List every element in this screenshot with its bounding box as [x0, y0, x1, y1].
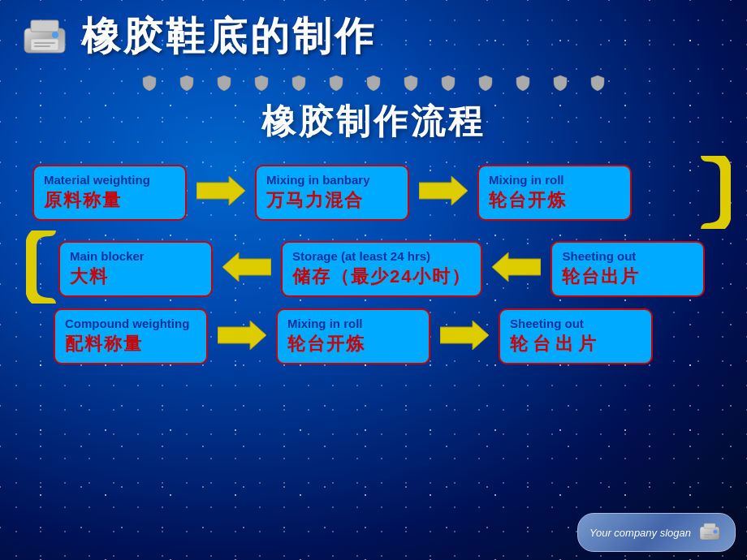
box-main-blocker-zh: 大料 [70, 265, 201, 289]
flow-row-2: Main blocker 大料 Storage (at least 24 hrs… [24, 230, 723, 307]
svg-marker-7 [419, 176, 468, 205]
box-sheeting-out-1-zh: 轮台出片 [562, 265, 693, 289]
arrow-right-2 [419, 176, 468, 209]
arrow-right-3 [218, 321, 266, 353]
svg-marker-10 [222, 252, 271, 282]
svg-rect-5 [34, 45, 50, 47]
svg-rect-15 [704, 523, 715, 528]
box-mixing-roll-1-en: Mixing in roll [489, 173, 620, 187]
slogan-text: Your company slogan [589, 527, 691, 539]
box-sheeting-out-1: Sheeting out 轮台出片 [551, 241, 705, 297]
box-sheeting-out-2-zh: 轮台出片 [510, 332, 641, 356]
box-main-blocker-en: Main blocker [70, 249, 201, 263]
shield-icon-8 [404, 75, 418, 91]
box-mixing-roll-2-en: Mixing in roll [287, 317, 419, 330]
svg-marker-6 [196, 176, 245, 205]
svg-marker-11 [492, 252, 541, 282]
curve-arrow-right [700, 156, 731, 229]
slogan-box: Your company slogan [577, 513, 736, 552]
arrow-left-1 [222, 252, 271, 285]
shield-icon-3 [217, 75, 231, 91]
box-storage-en: Storage (at least 24 hrs) [292, 249, 471, 263]
shield-icon-11 [516, 75, 530, 91]
box-sheeting-out-2-en: Sheeting out [510, 317, 641, 330]
svg-marker-13 [440, 321, 489, 350]
shield-icon-12 [553, 75, 568, 91]
box-mixing-banbary: Mixing in banbary 万马力混合 [255, 165, 409, 221]
shield-icon-2 [179, 75, 194, 91]
shield-icon-13 [590, 75, 605, 91]
box-storage: Storage (at least 24 hrs) 储存（最少24小时） [281, 241, 482, 297]
box-compound-weighting-en: Compound weighting [65, 317, 196, 330]
shield-icon-9 [441, 75, 456, 91]
box-material-weighting-en: Material weighting [44, 173, 175, 187]
flow-row-3: Compound weighting 配料称量 Mixing in roll 轮… [24, 308, 723, 364]
curve-arrow-left-spacer [26, 230, 57, 307]
svg-rect-4 [34, 42, 55, 44]
box-compound-weighting: Compound weighting 配料称量 [54, 308, 208, 364]
svg-point-3 [52, 32, 58, 38]
shield-icon-6 [329, 75, 343, 91]
box-material-weighting: Material weighting 原料称量 [32, 165, 187, 221]
box-mixing-roll-1-zh: 轮台开炼 [489, 188, 620, 213]
svg-rect-17 [704, 534, 712, 536]
shield-icon-5 [291, 75, 306, 91]
header: 橡胶鞋底的制作 [0, 0, 747, 73]
shield-icon-7 [366, 75, 381, 91]
logo-icon [16, 8, 73, 65]
flow-row-1: Material weighting 原料称量 Mixing in banbar… [24, 156, 723, 229]
arrow-left-2 [492, 252, 541, 285]
shield-icon-10 [478, 75, 493, 91]
arrow-right-4 [440, 321, 489, 353]
slogan-icon [697, 520, 722, 545]
svg-rect-2 [31, 39, 58, 50]
svg-rect-18 [704, 536, 710, 538]
box-sheeting-out-2: Sheeting out 轮台出片 [499, 308, 653, 364]
box-sheeting-out-1-en: Sheeting out [562, 249, 693, 263]
box-compound-weighting-zh: 配料称量 [65, 332, 196, 356]
main-title: 橡胶鞋底的制作 [81, 11, 377, 62]
page: 橡胶鞋底的制作 橡胶制作流程 Material weighting 原料称量 [0, 0, 747, 560]
box-main-blocker: Main blocker 大料 [58, 241, 213, 297]
svg-rect-1 [31, 20, 58, 32]
box-mixing-roll-2-zh: 轮台开炼 [287, 332, 419, 356]
box-mixing-banbary-en: Mixing in banbary [266, 173, 398, 187]
box-material-weighting-zh: 原料称量 [44, 188, 175, 213]
svg-point-16 [714, 530, 718, 534]
box-mixing-banbary-zh: 万马力混合 [266, 188, 398, 213]
shield-icon-1 [142, 75, 157, 91]
box-storage-zh: 储存（最少24小时） [292, 265, 471, 289]
flow-container: Material weighting 原料称量 Mixing in banbar… [0, 156, 747, 364]
svg-marker-12 [218, 321, 266, 350]
shield-row [0, 73, 747, 94]
subtitle: 橡胶制作流程 [0, 94, 747, 156]
arrow-right-1 [196, 176, 245, 209]
box-mixing-roll-1: Mixing in roll 轮台开炼 [477, 165, 632, 221]
shield-icon-4 [254, 75, 269, 91]
box-mixing-roll-2: Mixing in roll 轮台开炼 [276, 308, 430, 364]
